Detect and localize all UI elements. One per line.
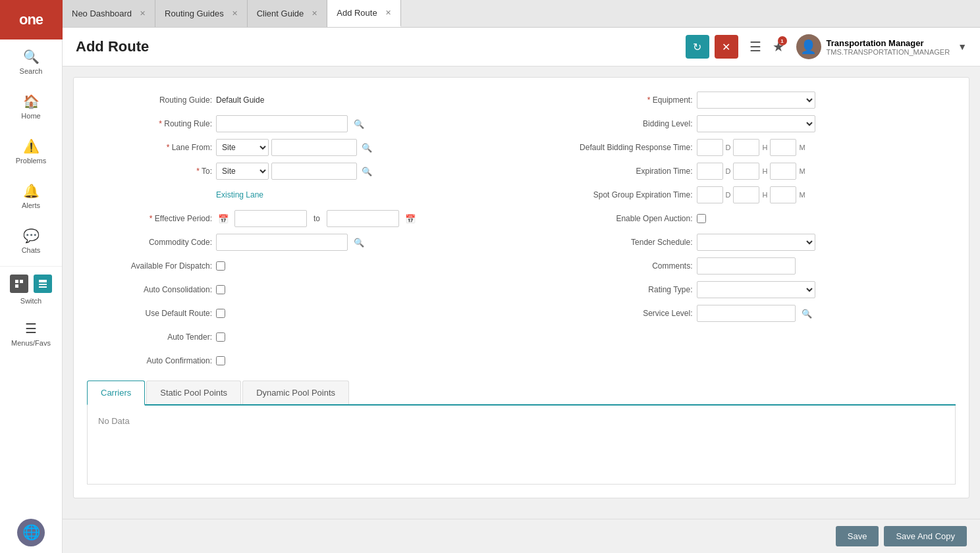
form-grid: Routing Guide: Default Guide Routing Rul… [87,91,956,370]
sidebar-label-problems: Problems [16,157,46,165]
expiration-h-input[interactable] [733,163,759,180]
expiration-d-label: D [726,167,731,175]
to-search-icon[interactable]: 🔍 [360,164,374,178]
existing-lane-link[interactable]: Existing Lane [216,190,263,199]
effective-period-start-input[interactable] [234,210,307,227]
tab-routing-guides[interactable]: Routing Guides ✕ [155,0,248,27]
sidebar-item-problems[interactable]: ⚠️ Problems [0,129,62,174]
effective-period-end-input[interactable] [327,210,399,227]
page-header: Add Route ↻ ✕ ☰ ★ 1 👤 Transportation Man… [63,28,980,66]
lane-from-search-icon[interactable]: 🔍 [360,140,374,155]
menu-button[interactable]: ☰ [744,35,767,59]
svg-rect-4 [39,284,47,285]
routing-rule-label: Routing Rule: [87,119,212,128]
expiration-time-label: Expiration Time: [535,167,693,176]
user-dropdown-arrow[interactable]: ▼ [958,41,967,52]
lane-from-input[interactable] [271,139,357,156]
user-role: TMS.TRANSPORTATION_MANAGER [827,48,950,56]
service-level-input[interactable] [697,305,796,322]
to-input[interactable] [271,163,357,180]
available-dispatch-row: Available For Dispatch: [87,257,508,275]
default-bidding-h-input[interactable] [733,139,759,156]
save-and-copy-button[interactable]: Save And Copy [884,526,967,546]
default-bidding-response-label: Default Bidding Response Time: [535,143,693,152]
bidding-level-select[interactable] [697,115,815,132]
auto-consolidation-checkbox[interactable] [216,285,225,294]
tab-add-route-close[interactable]: ✕ [385,9,391,17]
effective-period-label: Effective Period: [87,214,212,223]
enable-open-auction-checkbox[interactable] [697,214,706,223]
page-title: Add Route [76,38,686,55]
enable-open-auction-row: Enable Open Auction: [535,209,956,228]
tab-client-guide[interactable]: Client Guide ✕ [248,0,328,27]
sidebar-item-switch[interactable] [0,266,62,301]
tender-schedule-row: Tender Schedule: [535,233,956,251]
comments-input[interactable] [697,257,796,275]
rating-type-label: Rating Type: [535,285,693,294]
available-dispatch-checkbox[interactable] [216,261,225,271]
section-tab-carriers-label: Carriers [101,388,131,398]
spot-group-d-label: D [726,191,731,199]
commodity-code-search-icon[interactable]: 🔍 [352,235,366,250]
spot-group-h-input[interactable] [733,186,759,203]
auto-confirmation-checkbox[interactable] [216,356,225,365]
service-level-label: Service Level: [535,309,693,318]
service-level-search-icon[interactable]: 🔍 [800,306,814,321]
expiration-d-input[interactable] [697,163,723,180]
to-select[interactable]: Site [216,163,269,180]
commodity-code-input[interactable] [216,234,348,251]
tender-schedule-select[interactable] [697,234,815,251]
section-tab-static-pool-points[interactable]: Static Pool Points [146,381,241,404]
available-dispatch-label: Available For Dispatch: [87,261,212,271]
sidebar-item-home[interactable]: 🏠 Home [0,84,62,129]
effective-period-cal-start[interactable]: 📅 [216,211,231,226]
routing-rule-search-icon[interactable]: 🔍 [352,117,366,131]
use-default-route-label: Use Default Route: [87,309,212,318]
sidebar-item-search[interactable]: 🔍 Search [0,40,62,84]
section-tab-carriers[interactable]: Carriers [87,381,145,406]
sidebar-label-chats: Chats [22,246,41,254]
default-bidding-m-label: M [799,144,805,151]
spot-group-h-label: H [762,191,767,199]
refresh-button[interactable]: ↻ [686,35,709,59]
tab-add-route[interactable]: Add Route ✕ [327,0,400,27]
sidebar-item-chats[interactable]: 💬 Chats [0,219,62,263]
tab-routing-guides-close[interactable]: ✕ [232,9,238,18]
save-button[interactable]: Save [836,526,879,546]
form-right-section: Equipment: Bidding Level: Default Biddin… [535,91,956,370]
section-tab-dynamic-pool-points[interactable]: Dynamic Pool Points [242,381,349,404]
routing-rule-input[interactable] [216,115,348,132]
routing-rule-row: Routing Rule: 🔍 [87,115,508,133]
service-level-row: Service Level: 🔍 [535,304,956,323]
lane-from-select[interactable]: Site [216,139,269,156]
sidebar-item-menus[interactable]: ☰ Menus/Favs [0,311,62,356]
home-icon: 🏠 [23,93,40,109]
equipment-select[interactable] [697,92,815,109]
svg-rect-5 [39,286,47,288]
auto-tender-label: Auto Tender: [87,332,212,342]
use-default-route-checkbox[interactable] [216,309,225,318]
effective-period-cal-end[interactable]: 📅 [403,211,418,226]
globe-icon[interactable]: 🌐 [17,519,45,546]
default-bidding-d-input[interactable] [697,139,723,156]
star-badge[interactable]: ★ 1 [773,39,784,55]
default-bidding-m-input[interactable] [770,139,796,156]
sidebar-item-alerts[interactable]: 🔔 Alerts [0,174,62,219]
spot-group-d-input[interactable] [697,186,723,203]
rating-type-select[interactable] [697,281,815,298]
tab-client-guide-close[interactable]: ✕ [312,9,317,18]
tab-neo-dashboard-close[interactable]: ✕ [140,9,146,18]
auto-tender-checkbox[interactable] [216,332,225,342]
svg-rect-1 [20,280,23,283]
effective-period-row: Effective Period: 📅 to 📅 [87,209,508,228]
spot-group-m-input[interactable] [770,186,796,203]
tab-neo-dashboard[interactable]: Neo Dashboard ✕ [63,0,155,27]
user-info: 👤 Transportation Manager TMS.TRANSPORTAT… [796,34,967,59]
expiration-m-input[interactable] [770,163,796,180]
svg-rect-3 [39,280,47,282]
app-logo[interactable]: one [0,0,63,40]
default-bidding-d-label: D [726,144,731,151]
menu-icon: ☰ [749,39,761,55]
close-button[interactable]: ✕ [715,35,738,59]
problems-icon: ⚠️ [23,138,40,154]
